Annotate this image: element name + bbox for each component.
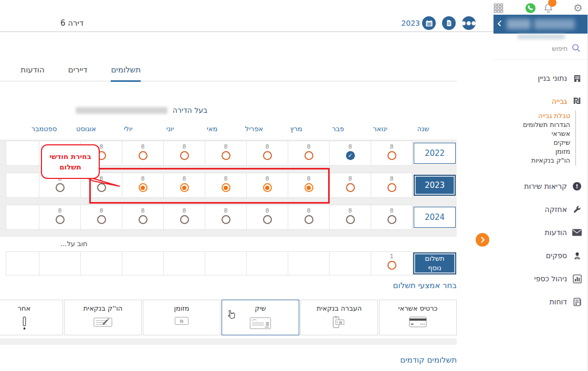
month-cell[interactable]: 8: [39, 173, 81, 198]
month-radio[interactable]: [97, 151, 106, 160]
month-radio[interactable]: [180, 215, 189, 224]
blurred-building-subtext: [518, 35, 565, 39]
month-radio[interactable]: [222, 215, 230, 224]
sidebar-item[interactable]: הודעות: [494, 225, 582, 240]
month-radio[interactable]: [222, 151, 230, 160]
collapse-panel-button[interactable]: [476, 233, 489, 247]
month-radio[interactable]: [56, 151, 65, 160]
sidebar-subitem[interactable]: הו"ק בנקאיות: [494, 156, 570, 165]
sidebar-subitem[interactable]: שיקים: [494, 138, 570, 147]
payment-method-bank-transfer[interactable]: העברה בנקאית₪: [300, 300, 378, 335]
sidebar-subitem[interactable]: טבלת גבייה: [494, 111, 570, 120]
month-radio[interactable]: [56, 215, 65, 224]
month-radio[interactable]: [346, 183, 355, 192]
month-radio[interactable]: [180, 151, 189, 160]
sidebar-subitem[interactable]: מזומן: [494, 147, 570, 156]
payment-method-check[interactable]: שיק: [222, 300, 299, 335]
sidebar-item[interactable]: !קריאות שירות: [494, 178, 582, 194]
month-cell[interactable]: 8: [122, 173, 164, 198]
month-column-header: יוני: [149, 125, 191, 133]
month-cell[interactable]: 8: [205, 173, 247, 198]
payments-table: שנהינוארפברמרץאפרילמאייונייוליאוגוסטספטמ…: [0, 125, 457, 237]
month-cell[interactable]: 8: [288, 141, 330, 166]
payment-method-other[interactable]: אחר: [0, 300, 63, 335]
month-radio[interactable]: [139, 215, 148, 224]
month-cell[interactable]: 8: [371, 141, 413, 166]
collapse-chevron-icon[interactable]: [498, 20, 503, 26]
month-cell[interactable]: 8: [163, 173, 205, 198]
year-button[interactable]: 2023: [414, 175, 456, 196]
tab[interactable]: תשלומים: [111, 65, 141, 82]
month-cell[interactable]: 8: [246, 141, 288, 166]
month-radio[interactable]: [139, 151, 148, 160]
apps-grid-icon[interactable]: [494, 2, 503, 14]
year-button[interactable]: 2022: [414, 143, 456, 164]
month-cell[interactable]: 8: [80, 205, 122, 230]
notifications-bell-icon[interactable]: [543, 2, 554, 14]
month-radio[interactable]: [346, 215, 355, 224]
month-cell[interactable]: 8: [163, 141, 205, 166]
whatsapp-icon[interactable]: [525, 2, 536, 14]
credit-card-icon: [409, 316, 427, 330]
month-cell[interactable]: 8: [163, 205, 205, 230]
tab[interactable]: הודעות: [20, 65, 44, 81]
fee-amount: 8: [141, 143, 145, 150]
payment-method-standing-order[interactable]: הו''ק בנקאית: [64, 300, 142, 335]
month-radio[interactable]: [97, 183, 106, 192]
additional-payment-cell[interactable]: 1: [371, 251, 413, 275]
month-radio[interactable]: [263, 183, 272, 192]
month-radio[interactable]: [97, 215, 106, 224]
tab[interactable]: דיירים: [68, 65, 88, 81]
month-cell[interactable]: 8: [122, 141, 164, 166]
month-radio[interactable]: [263, 215, 272, 224]
sidebar-item[interactable]: ₪גבייה: [494, 93, 582, 109]
additional-payment-button[interactable]: תשלום נוסף: [413, 252, 456, 274]
month-cell[interactable]: 8: [288, 205, 330, 230]
month-cell[interactable]: 8: [80, 141, 122, 166]
month-radio[interactable]: [139, 183, 148, 192]
month-cell[interactable]: 8: [371, 205, 413, 230]
year-selector[interactable]: 2023: [401, 16, 436, 30]
ellipsis-menu-button[interactable]: ●●●: [462, 16, 476, 30]
month-radio[interactable]: [387, 151, 396, 160]
month-radio[interactable]: [222, 183, 230, 192]
month-cell[interactable]: 8: [122, 205, 164, 230]
sidebar-search[interactable]: חיפוש: [494, 39, 587, 60]
sidebar-item[interactable]: נתוני בניין: [494, 70, 582, 86]
year-button[interactable]: 2024: [414, 207, 456, 228]
month-cell[interactable]: 8: [39, 205, 81, 230]
month-radio[interactable]: [180, 183, 189, 192]
month-cell[interactable]: 8: [288, 173, 330, 198]
month-radio[interactable]: [304, 151, 313, 160]
month-cell[interactable]: 8: [329, 173, 371, 198]
sidebar-item[interactable]: דוחות: [494, 294, 582, 310]
month-cell[interactable]: 8: [329, 205, 371, 230]
month-cell[interactable]: 8: [80, 173, 122, 198]
month-cell[interactable]: 8: [246, 205, 288, 230]
month-cell[interactable]: 8: [205, 141, 247, 166]
sidebar-item[interactable]: אחזקה: [494, 202, 582, 217]
month-cell[interactable]: 8: [371, 173, 413, 198]
settings-gear-icon[interactable]: ⚙: [573, 2, 583, 14]
month-cell[interactable]: 8: [329, 141, 371, 166]
sidebar-subitem[interactable]: אשראי: [494, 129, 570, 138]
tabs-row: תשלומיםדייריםהודעות: [0, 32, 457, 81]
month-radio[interactable]: [263, 151, 272, 160]
sidebar-item[interactable]: ניהול כספי: [494, 271, 582, 287]
month-cell[interactable]: 8: [246, 173, 288, 198]
month-radio[interactable]: [304, 215, 313, 224]
month-cell[interactable]: 8: [39, 141, 81, 166]
month-radio[interactable]: [304, 183, 313, 192]
payment-method-cash[interactable]: מזומן₪: [143, 300, 220, 335]
month-radio[interactable]: [387, 215, 396, 224]
payment-method-credit-card[interactable]: כרטיס אשראי: [379, 300, 457, 335]
month-radio[interactable]: [56, 183, 65, 192]
document-button[interactable]: [442, 16, 456, 30]
cut-month-cell: [6, 205, 39, 230]
additional-payment-radio[interactable]: [387, 261, 396, 270]
sidebar-subitem[interactable]: הגדרות תשלומים: [494, 120, 570, 129]
month-radio[interactable]: [346, 151, 355, 160]
month-radio[interactable]: [387, 183, 396, 192]
sidebar-item[interactable]: ספקים: [494, 248, 582, 263]
month-cell[interactable]: 8: [205, 205, 247, 230]
